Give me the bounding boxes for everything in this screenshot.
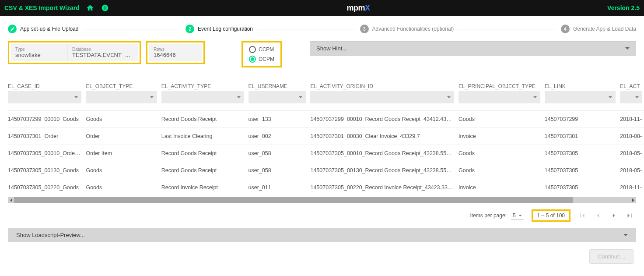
caret-down-icon bbox=[518, 215, 522, 216]
column-filter[interactable] bbox=[545, 91, 616, 103]
cell: Goods bbox=[458, 111, 545, 128]
col-header: EL_ACT bbox=[620, 81, 644, 91]
cell: 14507037305 bbox=[545, 179, 620, 196]
cell: Record Goods Receipt bbox=[161, 162, 248, 179]
page-last-button[interactable] bbox=[626, 212, 634, 219]
col-header: EL_ACTIVITY_TYPE bbox=[161, 81, 248, 91]
pencil-icon bbox=[8, 25, 17, 33]
cell: user_133 bbox=[248, 111, 311, 128]
cell: 14507037305_00220_Record Invoice Receipt… bbox=[310, 179, 458, 196]
cell: Order Item bbox=[86, 145, 161, 162]
cell: Order bbox=[86, 128, 161, 145]
column-filter[interactable] bbox=[8, 91, 81, 103]
hint-label: Show Hint... bbox=[316, 45, 347, 52]
cell: 14507037305 bbox=[545, 162, 620, 179]
cell: Goods bbox=[86, 179, 161, 196]
cell: Record Goods Receipt bbox=[161, 111, 248, 128]
cell: 2018-11- bbox=[620, 179, 644, 196]
step-3-label: Advanced Functionalities (optional) bbox=[372, 26, 454, 32]
cell: 14507037301_Order bbox=[8, 128, 86, 145]
table-row: 14507037305_00220_GoodsGoodsRecord Invoi… bbox=[8, 179, 644, 196]
cell: Goods bbox=[458, 162, 545, 179]
step-4[interactable]: 4 Generate App & Load Data bbox=[561, 25, 636, 33]
radio-ccpm[interactable]: CCPM bbox=[249, 46, 274, 53]
cell: Goods bbox=[86, 111, 161, 128]
table-row: 14507037299_00010_GoodsGoodsRecord Goods… bbox=[8, 111, 644, 128]
table-header-row: EL_CASE_ID EL_OBJECT_TYPE EL_ACTIVITY_TY… bbox=[8, 81, 644, 91]
scrollbar-thumb[interactable] bbox=[14, 197, 573, 203]
caret-down-icon bbox=[609, 96, 612, 98]
cell: Record Invoice Receipt bbox=[161, 179, 248, 196]
caret-down-icon bbox=[299, 96, 302, 98]
page-next-button[interactable] bbox=[610, 212, 618, 219]
step-2[interactable]: 2 Event Log configuration bbox=[186, 25, 253, 33]
caret-down-icon bbox=[74, 96, 78, 98]
wizard-title: CSV & XES Import Wizard bbox=[4, 4, 80, 11]
home-icon[interactable] bbox=[86, 4, 94, 12]
page-first-button[interactable] bbox=[578, 212, 586, 219]
config-row: Type snowflake Database TESTDATA.EVENT_L… bbox=[8, 41, 636, 67]
col-header: EL_CASE_ID bbox=[8, 81, 86, 91]
rows-box: Rows 1646646 bbox=[146, 41, 205, 64]
radio-icon bbox=[249, 56, 256, 63]
cell: 14507037299 bbox=[545, 111, 620, 128]
rows-value: 1646646 bbox=[154, 52, 197, 58]
column-filter[interactable] bbox=[310, 91, 454, 103]
step-4-label: Generate App & Load Data bbox=[573, 26, 636, 32]
column-filter[interactable] bbox=[458, 91, 540, 103]
step-1[interactable]: App set-up & File Upload bbox=[8, 25, 78, 33]
table-row: 14507037301_OrderOrderLast Invoice Clear… bbox=[8, 128, 644, 145]
col-header: EL_ACTIVITY_ORIGIN_ID bbox=[310, 81, 458, 91]
info-icon[interactable] bbox=[101, 4, 109, 12]
col-header: EL_LINK bbox=[545, 81, 620, 91]
column-filter[interactable] bbox=[86, 91, 157, 103]
cell: 14507037305_00130_Record Goods Receipt_4… bbox=[310, 162, 458, 179]
scroll-left-icon bbox=[9, 198, 13, 202]
cell: user_002 bbox=[248, 128, 311, 145]
cell: 14507037305_00010_Record Goods Receipt_4… bbox=[310, 145, 458, 162]
radio-ocpm[interactable]: OCPM bbox=[249, 56, 274, 63]
table-row: 14507037305_00010_Order ItemOrder ItemRe… bbox=[8, 145, 644, 162]
step-3[interactable]: 3 Advanced Functionalities (optional) bbox=[360, 25, 454, 33]
cell: 14507037305_00220_Goods bbox=[8, 179, 86, 196]
svg-rect-2 bbox=[105, 6, 105, 7]
loadscript-expander[interactable]: Show Loadscript-Preview... bbox=[8, 228, 636, 242]
cell: user_058 bbox=[248, 145, 311, 162]
caret-down-icon bbox=[447, 96, 451, 98]
continue-button[interactable]: Continue... bbox=[589, 249, 634, 264]
cell: 2018-05- bbox=[620, 145, 644, 162]
step-1-label: App set-up & File Upload bbox=[20, 26, 78, 32]
horizontal-scrollbar[interactable] bbox=[8, 197, 636, 203]
cell: user_011 bbox=[248, 179, 311, 196]
page-prev-button[interactable] bbox=[594, 212, 602, 219]
caret-down-icon bbox=[237, 96, 241, 98]
type-value: snowflake bbox=[15, 52, 63, 58]
table-row: 14507037305_00130_GoodsGoodsRecord Goods… bbox=[8, 162, 644, 179]
hint-expander[interactable]: Show Hint... bbox=[310, 41, 636, 56]
rows-label: Rows bbox=[154, 47, 197, 52]
page-range: 1 – 5 of 100 bbox=[532, 209, 570, 222]
svg-rect-1 bbox=[105, 7, 105, 10]
cell: Last Invoice Clearing bbox=[161, 128, 248, 145]
column-filter[interactable] bbox=[248, 91, 306, 103]
database-value: TESTDATA.EVENT_LOGS. bbox=[72, 52, 133, 58]
cell: Invoice bbox=[458, 179, 545, 196]
column-filter[interactable] bbox=[620, 91, 642, 103]
logo: mpmX bbox=[109, 4, 607, 13]
radio-icon bbox=[249, 46, 256, 53]
cell: 14507037305_00130_Goods bbox=[8, 162, 86, 179]
items-per-page-select[interactable]: 5 bbox=[511, 212, 524, 220]
database-label: Database bbox=[72, 47, 133, 52]
version-label: Version 2.5 bbox=[607, 4, 640, 11]
cell: Goods bbox=[86, 162, 161, 179]
type-label: Type bbox=[15, 47, 63, 52]
column-filter[interactable] bbox=[161, 91, 244, 103]
cell: Record Goods Receipt bbox=[161, 145, 248, 162]
caret-down-icon bbox=[635, 96, 639, 98]
chevron-down-icon bbox=[625, 47, 630, 50]
radio-ccpm-label: CCPM bbox=[259, 46, 274, 53]
cell: 2018-11- bbox=[620, 111, 644, 128]
topbar: CSV & XES Import Wizard mpmX Version 2.5 bbox=[0, 0, 644, 16]
caret-down-icon bbox=[533, 96, 537, 98]
col-header: EL_USERNAME bbox=[248, 81, 311, 91]
